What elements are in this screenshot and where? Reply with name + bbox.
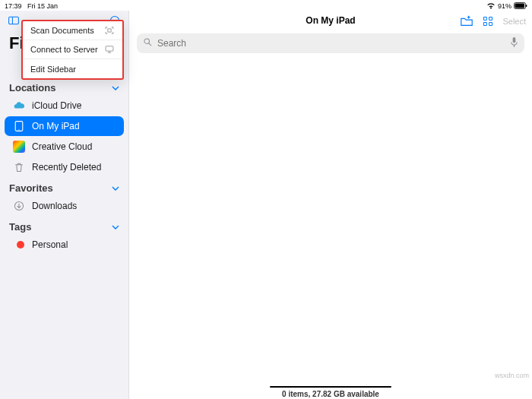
watermark: wsxdn.com bbox=[495, 372, 529, 379]
status-date: Fri 15 Jan bbox=[27, 2, 58, 10]
sidebar-item-downloads[interactable]: Downloads bbox=[5, 196, 124, 216]
search-input[interactable] bbox=[157, 38, 505, 49]
sidebar-item-label: Creative Cloud bbox=[32, 141, 92, 152]
sidebar-item-icloud-drive[interactable]: iCloud Drive bbox=[5, 96, 124, 116]
mic-icon[interactable] bbox=[510, 36, 518, 51]
svg-point-10 bbox=[18, 129, 19, 130]
new-folder-icon[interactable] bbox=[460, 14, 473, 28]
svg-rect-1 bbox=[515, 4, 525, 8]
menu-item-scan-documents[interactable]: Scan Documents bbox=[23, 21, 122, 40]
sidebar-item-recently-deleted[interactable]: Recently Deleted bbox=[5, 157, 124, 177]
svg-rect-2 bbox=[526, 5, 527, 7]
tags-header[interactable]: Tags bbox=[0, 217, 128, 234]
toolbar-right: Select bbox=[460, 14, 526, 28]
svg-line-17 bbox=[149, 43, 151, 46]
tag-color-icon bbox=[12, 238, 26, 252]
svg-rect-12 bbox=[484, 17, 487, 20]
status-left: 17:39 Fri 15 Jan bbox=[5, 2, 58, 10]
chevron-down-icon bbox=[112, 223, 119, 231]
svg-rect-14 bbox=[484, 23, 487, 26]
menu-item-edit-sidebar[interactable]: Edit Sidebar bbox=[23, 59, 122, 78]
sidebar-item-label: On My iPad bbox=[32, 121, 80, 131]
menu-item-label: Edit Sidebar bbox=[30, 65, 76, 74]
sidebar-item-label: Recently Deleted bbox=[32, 162, 101, 173]
search-wrap bbox=[129, 33, 532, 59]
status-line: 0 items, 27.82 GB available bbox=[129, 386, 532, 398]
svg-rect-18 bbox=[513, 37, 516, 43]
status-right: 91% bbox=[486, 2, 527, 10]
sidebar-item-on-my-ipad[interactable]: On My iPad bbox=[5, 116, 124, 136]
more-menu-popover: Scan Documents Connect to Server Edit Si… bbox=[21, 20, 124, 80]
trash-icon bbox=[12, 160, 26, 174]
server-icon bbox=[104, 44, 115, 55]
svg-rect-13 bbox=[489, 17, 492, 20]
sidebar-item-label: Downloads bbox=[32, 201, 77, 211]
wifi-icon bbox=[486, 2, 496, 9]
tags-label: Tags bbox=[9, 221, 31, 233]
chevron-down-icon bbox=[112, 185, 119, 192]
svg-rect-19 bbox=[108, 29, 111, 32]
sidebar-item-label: iCloud Drive bbox=[32, 100, 81, 111]
main-area: On My iPad Select 0 items, 27.82 GB avai… bbox=[129, 11, 532, 399]
main-toolbar: On My iPad Select bbox=[129, 11, 532, 33]
content-area bbox=[129, 59, 532, 387]
select-button[interactable]: Select bbox=[502, 17, 526, 26]
page-title: On My iPad bbox=[306, 15, 355, 26]
sidebar-item-creative-cloud[interactable]: Creative Cloud bbox=[5, 137, 124, 157]
status-time: 17:39 bbox=[5, 2, 22, 10]
locations-header[interactable]: Locations bbox=[0, 78, 128, 95]
favorites-label: Favorites bbox=[9, 182, 53, 194]
sidebar-item-tag-personal[interactable]: Personal bbox=[5, 235, 124, 255]
battery-percent: 91% bbox=[498, 2, 511, 10]
battery-icon bbox=[514, 2, 527, 9]
svg-point-16 bbox=[144, 39, 150, 44]
cloud-icon bbox=[12, 99, 26, 112]
search-field[interactable] bbox=[137, 33, 524, 53]
svg-rect-15 bbox=[489, 23, 492, 26]
creative-cloud-icon bbox=[12, 140, 26, 154]
ipad-icon bbox=[12, 119, 26, 133]
sidebar-item-label: Personal bbox=[32, 239, 68, 250]
scan-documents-icon bbox=[104, 25, 115, 36]
locations-label: Locations bbox=[9, 82, 55, 93]
menu-item-label: Connect to Server bbox=[30, 45, 98, 54]
svg-rect-3 bbox=[9, 17, 19, 24]
status-bar: 17:39 Fri 15 Jan 91% bbox=[0, 0, 532, 11]
sidebar-toggle-icon[interactable] bbox=[8, 14, 20, 30]
svg-rect-20 bbox=[106, 46, 113, 51]
download-icon bbox=[12, 199, 26, 213]
favorites-header[interactable]: Favorites bbox=[0, 178, 128, 195]
blank-icon bbox=[104, 64, 115, 74]
search-icon bbox=[143, 36, 153, 50]
view-grid-icon[interactable] bbox=[481, 14, 495, 28]
chevron-down-icon bbox=[112, 84, 119, 92]
menu-item-connect-to-server[interactable]: Connect to Server bbox=[23, 40, 122, 59]
menu-item-label: Scan Documents bbox=[30, 26, 94, 35]
